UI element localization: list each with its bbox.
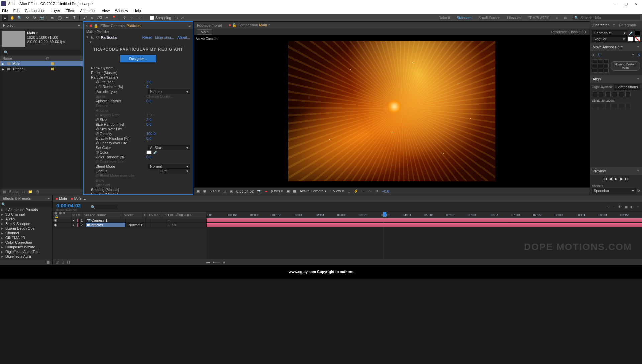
designer-button[interactable]: Designer... (120, 55, 156, 62)
world-axis-icon[interactable]: ⊹ (129, 15, 135, 21)
timeline-ruler[interactable]: :00f00:15f01:00f01:15f02:00f02:15f03:00f… (207, 212, 642, 218)
loop-icon[interactable]: ↻ (637, 189, 640, 193)
zoom-tool-icon[interactable]: 🔍 (17, 15, 23, 21)
region-icon[interactable]: ▣ (286, 189, 290, 193)
play-icon[interactable]: ▶ (615, 177, 617, 181)
workspace-libraries[interactable]: Libraries (507, 16, 521, 20)
trkmat-column[interactable]: TrkMat (147, 212, 163, 218)
collapse-arrow-icon[interactable]: ▾ (86, 35, 89, 39)
eraser-tool-icon[interactable]: ⌫ (96, 15, 102, 21)
col-comment-icon[interactable]: 🏷 (45, 56, 49, 60)
orbit-tool-icon[interactable]: ⟲ (24, 15, 30, 21)
camera-tool-icon[interactable]: 📷 (39, 15, 45, 21)
collapse-inner-icon[interactable]: ▾ (84, 40, 193, 44)
close-button[interactable]: ✕ (634, 2, 637, 6)
frame-blend-icon[interactable]: ▣ (624, 205, 628, 209)
align-bottom-icon[interactable] (625, 92, 631, 97)
font-style-dropdown[interactable]: Regular▾ (592, 36, 627, 42)
menu-help[interactable]: Help (133, 9, 141, 13)
toggle-inout-icon[interactable]: ⊟ (67, 260, 70, 264)
snapping-checkbox[interactable] (150, 16, 154, 20)
stroke-color[interactable] (628, 37, 633, 41)
layer-row-camera[interactable]: ◉ ▸ 1 📷 Camera 1 ⊹ (53, 218, 207, 223)
panel-menu-icon[interactable]: ≡ (189, 24, 191, 28)
toggle-modes-icon[interactable]: ⊡ (61, 260, 64, 264)
life-value[interactable]: 3.0 (146, 80, 190, 84)
preset-category[interactable]: ▸Digieffects AlphaTool (0, 249, 52, 254)
workspace-small-screen[interactable]: Small Screen (478, 16, 500, 20)
align-vcenter-icon[interactable] (619, 92, 624, 97)
transparency-icon[interactable]: ▦ (293, 189, 296, 193)
lock-icon[interactable]: 🔒 (94, 24, 98, 28)
align-left-icon[interactable] (592, 92, 597, 97)
set-color-dropdown[interactable]: At Start▾ (148, 145, 190, 150)
character-tab[interactable]: Character (593, 23, 609, 27)
type-tool-icon[interactable]: T (71, 15, 77, 21)
rotate-tool-icon[interactable]: ↻ (31, 15, 37, 21)
footage-tab[interactable]: Footage (none) (197, 23, 222, 27)
align-hcenter-icon[interactable] (599, 92, 604, 97)
panel-grip-icon[interactable]: × (86, 24, 88, 28)
maximize-button[interactable]: ▢ (624, 2, 628, 6)
reset-exposure-icon[interactable]: ⚙ (375, 189, 379, 193)
mode-column[interactable]: Mode (122, 212, 142, 218)
menu-effect[interactable]: Effect (65, 9, 75, 13)
preset-category[interactable]: ▸Buena Depth Cue (0, 226, 52, 231)
timeline-track-area[interactable]: DOPE MOTIONS.COM (207, 218, 642, 259)
hide-shy-icon[interactable]: 👁 (618, 205, 622, 209)
layer-row-particles[interactable]: ◉ ▸ 2 ■ Particles Normal▾ ⊹ / fx (53, 223, 207, 227)
resolution-dropdown[interactable]: (Half) ▾ (271, 189, 283, 193)
workspace-more-icon[interactable]: » (556, 16, 558, 20)
unmult-dropdown[interactable]: Off▾ (160, 169, 190, 173)
preset-category[interactable]: ▸Digieffects Aura (0, 254, 52, 259)
comp-flow-icon[interactable]: ♨ (368, 189, 372, 193)
search-help[interactable]: 🔍 Search Help (573, 15, 640, 20)
show-channel-icon[interactable]: ● (265, 189, 268, 193)
first-frame-icon[interactable]: ⏮ (603, 177, 607, 181)
timeline-timecode[interactable]: 0:00:04:02 (53, 203, 84, 208)
ellipse-tool-icon[interactable]: ◯ (57, 15, 63, 21)
preset-category[interactable]: ▸Audio (0, 217, 52, 221)
fill-color[interactable] (635, 31, 640, 35)
menu-window[interactable]: Window (115, 9, 128, 13)
project-tab[interactable]: Project (3, 23, 14, 27)
view-axis-icon[interactable]: ⊹ (136, 15, 142, 21)
toggle-mask-icon[interactable]: ▣ (230, 189, 233, 193)
stopwatch-icon[interactable]: ⏱ (96, 80, 99, 84)
anchor-grid[interactable] (592, 59, 609, 73)
preset-category[interactable]: ▸CINEMA 4D (0, 235, 52, 240)
label-chip[interactable] (51, 62, 54, 65)
last-frame-icon[interactable]: ⏭ (625, 177, 629, 181)
cti-head[interactable] (383, 212, 386, 217)
zoom-in-icon[interactable]: ▲ (222, 260, 226, 264)
fast-preview-icon[interactable]: ⚡ (354, 189, 358, 193)
search-all-icon[interactable]: ⊞ (564, 16, 567, 20)
align-top-icon[interactable] (612, 92, 617, 97)
viewer-canvas[interactable]: Active Camera (194, 35, 590, 187)
sphere-feather-value[interactable]: 0.0 (146, 99, 190, 103)
effects-presets-search[interactable] (1, 202, 51, 207)
graph-editor-icon[interactable]: ⊞ (636, 205, 639, 209)
pixel-aspect-icon[interactable]: ⊡ (347, 189, 350, 193)
project-search-input[interactable] (2, 50, 81, 55)
preset-category[interactable]: ▸Blur & Sharpen (0, 221, 52, 226)
layer-color-chip[interactable] (77, 219, 78, 222)
video-toggle-icon[interactable]: ◉ (54, 223, 57, 227)
color-well[interactable] (146, 150, 152, 154)
preset-category[interactable]: ▸Channel (0, 231, 52, 235)
video-toggle-icon[interactable]: ◉ (54, 218, 57, 222)
menu-layer[interactable]: Layer (51, 9, 60, 13)
views-dropdown[interactable]: 1 View ▾ (330, 189, 344, 193)
interpret-icon[interactable]: ⊞ (3, 190, 6, 194)
zoom-dropdown[interactable]: 50% ▾ (210, 189, 220, 193)
align-to-dropdown[interactable]: Composition▾ (614, 84, 640, 90)
timeline-search-input[interactable] (91, 205, 117, 209)
particle-type-dropdown[interactable]: Sphere▾ (148, 89, 190, 94)
puppet-tool-icon[interactable]: 📍 (111, 15, 117, 21)
composition-tab[interactable]: ■ 🔒 Composition Main ≡ (229, 23, 270, 27)
menu-file[interactable]: File (2, 9, 8, 13)
comp-name[interactable]: Main (27, 31, 35, 35)
new-folder-icon[interactable]: 📁 (28, 190, 33, 194)
snapping-expand-icon[interactable]: ⤢ (181, 16, 184, 20)
next-frame-icon[interactable]: |▶ (619, 177, 623, 181)
